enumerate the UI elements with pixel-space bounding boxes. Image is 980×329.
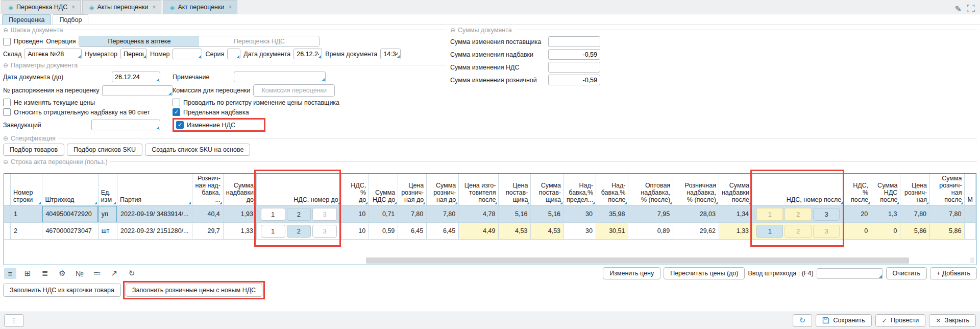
cell-unit[interactable]: шт [98, 223, 117, 240]
cell-markup-sum-before[interactable]: 1,33 [223, 223, 256, 240]
doc-time-field[interactable] [381, 49, 400, 59]
column-header-barcode[interactable]: Штрихкод [42, 174, 98, 206]
proveden-checkbox[interactable] [3, 38, 11, 45]
expand-corners-icon[interactable] [967, 5, 975, 13]
note-field[interactable] [234, 72, 325, 82]
cell-retail-sum-before[interactable]: 7,80 [427, 206, 459, 223]
vat-number-button[interactable]: 3 [813, 208, 840, 221]
list-view-icon[interactable]: ≡ [4, 268, 16, 279]
cell-spacer[interactable] [4, 223, 11, 240]
column-header-vat-pct-after[interactable]: НДС, % после [844, 174, 871, 206]
column-header-vat-number-before[interactable]: НДС, номер до [256, 174, 341, 206]
cell-retail-price-before[interactable]: 7,80 [398, 206, 427, 223]
column-header-retail-price-after[interactable]: Цена рознич- ная [900, 174, 930, 206]
clear-button[interactable]: Очистить [886, 267, 927, 279]
cell-truncated[interactable] [965, 206, 976, 223]
column-header-vat-number-after[interactable]: НДС, номер после [752, 174, 844, 206]
tab-close-icon[interactable]: × [227, 4, 232, 11]
cell-vat-pct-after[interactable]: 20 [844, 206, 871, 223]
tab-close-icon[interactable]: × [70, 4, 75, 11]
create-sku-list-button[interactable]: Создать список SKU на основе [145, 144, 250, 156]
column-header-markup-sum-before[interactable]: Сумма надбавки до [223, 174, 256, 206]
vat-number-button[interactable]: 3 [312, 208, 337, 221]
collapse-icon[interactable]: ⊖ [3, 62, 8, 69]
collapse-icon[interactable]: ⊖ [3, 158, 8, 166]
cell-batch[interactable]: 2022-09-19/ 3483914/... [117, 206, 192, 223]
column-header-wholesale-markup-after[interactable]: Оптовая надбавка, % (после) [628, 174, 673, 206]
cell-vat-sum-before[interactable]: 0,71 [369, 206, 398, 223]
fill-retail-new-vat-button[interactable]: Заполнить розничные цены с новым НДС [126, 284, 262, 297]
numerator-field[interactable] [121, 49, 146, 59]
nomer-field[interactable] [173, 49, 202, 59]
more-options-button[interactable]: ⋮ [4, 314, 24, 327]
cell-vat-pct-before[interactable]: 10 [341, 223, 369, 240]
export-icon[interactable]: ↗ [108, 268, 120, 279]
cell-retail-price-after[interactable]: 7,80 [900, 206, 930, 223]
cell-retail-price-after[interactable]: 5,86 [900, 223, 930, 240]
sum-vat-field[interactable] [549, 62, 600, 72]
sklad-field[interactable] [25, 49, 81, 59]
cell-spacer[interactable] [4, 206, 11, 223]
cell-vat-number-before[interactable]: 123 [256, 206, 341, 223]
sum-markup-field[interactable] [549, 50, 600, 59]
cell-truncated[interactable] [965, 223, 976, 240]
cell-markup-sum-before[interactable]: 1,93 [223, 206, 256, 223]
cell-wholesale-markup-after[interactable]: 7,95 [628, 206, 673, 223]
checkbox-supplier-register[interactable] [173, 99, 180, 106]
cell-batch[interactable]: 2022-09-23/ 2151280/... [117, 223, 192, 240]
tab-pereotsenka[interactable]: Переоценка [2, 14, 51, 25]
filter-icon[interactable]: ≣ [39, 268, 51, 279]
scrollbar-thumb[interactable] [366, 257, 909, 264]
recalc-prices-button[interactable]: Пересчитать цены (до) [664, 267, 745, 279]
column-header-retail-price-before[interactable]: Цена рознич- ная до [398, 174, 427, 206]
date-do-field[interactable] [112, 72, 160, 82]
table-row[interactable]: 14049500472920уп2022-09-19/ 3483914/...4… [4, 206, 976, 223]
column-header-supplier-sum[interactable]: Сумма постав- щика [531, 174, 564, 206]
column-header-vat-sum-after[interactable]: Сумма НДС после [871, 174, 900, 206]
cell-retail-markup-before[interactable]: 40,4 [192, 206, 223, 223]
cell-retail-markup-before[interactable]: 29,7 [192, 223, 223, 240]
tab-revaluation-acts[interactable]: ◈ Акты переоценки × [82, 0, 161, 14]
cell-retail-price-before[interactable]: 6,45 [398, 223, 427, 240]
edit-pencil-icon[interactable]: ✎ [955, 4, 962, 14]
cell-supplier-sum[interactable]: 5,16 [531, 206, 564, 223]
vat-number-button[interactable]: 2 [785, 208, 811, 221]
doc-date-field[interactable] [294, 49, 322, 59]
column-header-markup-pct-after[interactable]: Над- бавка,% после [596, 174, 628, 206]
sum-supplier-field[interactable] [549, 37, 600, 46]
tab-close-icon[interactable]: × [151, 4, 156, 11]
checkbox-limit-markup[interactable] [173, 108, 180, 116]
column-header-manufacturer-price-after[interactable]: Цена изго- товителя после [459, 174, 499, 206]
numbered-list-icon[interactable]: № [74, 268, 86, 279]
seria-field[interactable] [228, 49, 240, 59]
cell-vat-sum-after[interactable]: 1,3 [871, 206, 900, 223]
vat-number-button[interactable]: 1 [261, 208, 285, 221]
collapse-icon[interactable]: ⊖ [3, 135, 8, 142]
scrollbar-end-button[interactable] [970, 257, 974, 263]
post-button[interactable]: ✓ Провести [875, 314, 926, 327]
cell-vat-pct-after[interactable]: 0 [844, 223, 871, 240]
cell-row-number[interactable]: 2 [11, 223, 42, 240]
checkbox-vat-change[interactable] [176, 121, 184, 129]
column-header-batch[interactable]: Партия [117, 174, 192, 206]
cell-row-number[interactable]: 1 [11, 206, 42, 223]
cell-supplier-sum[interactable]: 4,53 [531, 223, 564, 240]
settings-gear-icon[interactable]: ⚙ [56, 268, 68, 279]
cell-markup-pct-after[interactable]: 35,98 [596, 206, 628, 223]
column-header-retail-sum-after[interactable]: Сумма рознич- ная после [930, 174, 965, 206]
checkbox-keep-prices[interactable] [3, 99, 11, 106]
cell-markup-pct-limit[interactable]: 30 [564, 223, 596, 240]
cell-barcode[interactable]: 4049500472920 [42, 206, 98, 223]
order-field[interactable] [103, 86, 172, 96]
cell-retail-sum-before[interactable]: 6,45 [427, 223, 459, 240]
column-header-retail-markup-before[interactable]: Рознич- ная над- бавка, ... [192, 174, 223, 206]
add-row-icon[interactable]: ≕ [91, 268, 103, 279]
save-button[interactable]: Сохранить [816, 314, 871, 327]
cell-markup-sum-after[interactable]: 1,34 [719, 206, 752, 223]
barcode-input[interactable] [817, 269, 883, 278]
tab-revaluation-act[interactable]: ◈ Акт переоценки × [163, 0, 237, 14]
vat-number-button[interactable]: 1 [756, 225, 783, 238]
refresh-button[interactable]: ↻ [793, 314, 813, 327]
column-header-markup-pct-limit[interactable]: Над- бавка,% предел... [564, 174, 596, 206]
sum-retail-field[interactable] [549, 75, 600, 85]
